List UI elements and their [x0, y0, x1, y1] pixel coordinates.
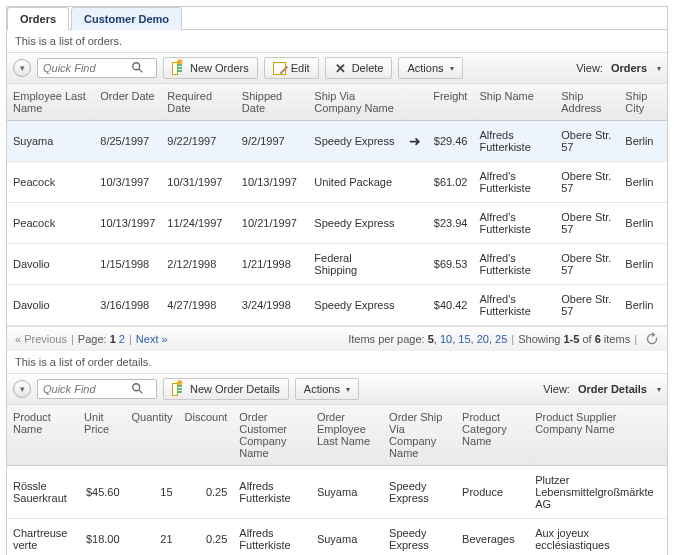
cell-orderdate: 3/16/1998 [94, 285, 161, 326]
orders-toolbar: ▾ ✸ New Orders Edit ✕ Delete Actions ▾ V… [7, 52, 667, 84]
cell-orderdate: 8/25/1997 [94, 121, 161, 162]
table-row[interactable]: Davolio1/15/19982/12/19981/21/1998Federa… [7, 244, 667, 285]
cell-employee[interactable]: Suyama [7, 121, 94, 162]
actions-label: Actions [304, 383, 340, 395]
row-arrow-icon[interactable]: ➜ [403, 121, 427, 162]
cell-shipvia: United Package [308, 162, 403, 203]
new-orders-label: New Orders [190, 62, 249, 74]
cell-freight: $23.94 [427, 203, 473, 244]
search-icon[interactable] [131, 382, 145, 396]
collapse-toggle[interactable]: ▾ [13, 59, 31, 77]
cell-employee: Suyama [311, 519, 383, 556]
refresh-icon[interactable] [645, 332, 659, 346]
cell-shipvia: Speedy Express [308, 285, 403, 326]
tab-orders[interactable]: Orders [7, 7, 69, 30]
ipp-option[interactable]: 5 [428, 333, 434, 345]
cell-employee[interactable]: Peacock [7, 203, 94, 244]
cell-shipvia: Speedy Express [308, 203, 403, 244]
chevron-down-icon[interactable]: ▾ [657, 385, 661, 394]
col-shipvia[interactable]: Order Ship Via Company Name [383, 405, 456, 466]
showing-of: of [582, 333, 591, 345]
edit-label: Edit [291, 62, 310, 74]
chevron-down-icon[interactable]: ▾ [657, 64, 661, 73]
col-product[interactable]: Product Name [7, 405, 78, 466]
page-2[interactable]: 2 [119, 333, 125, 345]
col-discount[interactable]: Discount [179, 405, 234, 466]
col-shipaddr[interactable]: Ship Address [555, 84, 619, 121]
prev-link[interactable]: « Previous [15, 333, 67, 345]
cell-customer: Alfreds Futterkiste [233, 466, 311, 519]
ipp-option[interactable]: 20 [477, 333, 489, 345]
cell-employee[interactable]: Peacock [7, 162, 94, 203]
quickfind-input[interactable] [41, 61, 131, 75]
ipp-option[interactable]: 10 [440, 333, 452, 345]
quickfind-box[interactable] [37, 379, 157, 399]
col-shipped[interactable]: Shipped Date [236, 84, 309, 121]
view-label: View: [576, 62, 603, 74]
actions-dropdown[interactable]: Actions ▾ [398, 57, 462, 79]
cell-shipvia: Speedy Express [383, 519, 456, 556]
col-shipcity[interactable]: Ship City [619, 84, 667, 121]
col-custcompany[interactable]: Order Customer Company Name [233, 405, 311, 466]
row-arrow-icon [403, 162, 427, 203]
table-row[interactable]: Chartreuse verte$18.00210.25Alfreds Futt… [7, 519, 667, 556]
cell-employee[interactable]: Davolio [7, 244, 94, 285]
new-orders-button[interactable]: ✸ New Orders [163, 57, 258, 79]
new-details-label: New Order Details [190, 383, 280, 395]
showing-total: 6 [595, 333, 601, 345]
cell-category: Beverages [456, 519, 529, 556]
edit-button[interactable]: Edit [264, 57, 319, 79]
tab-customer-demo[interactable]: Customer Demo [71, 7, 182, 30]
table-row[interactable]: Davolio3/16/19984/27/19983/24/1998Speedy… [7, 285, 667, 326]
cell-shipcity: Berlin [619, 203, 667, 244]
cell-shipcity: Berlin [619, 244, 667, 285]
details-subtitle: This is a list of order details. [7, 351, 667, 373]
cell-shipvia: Federal Shipping [308, 244, 403, 285]
collapse-toggle[interactable]: ▾ [13, 380, 31, 398]
view-name[interactable]: Orders [611, 62, 647, 74]
orders-table: Employee Last Name Order Date Required D… [7, 84, 667, 326]
orders-header-row: Employee Last Name Order Date Required D… [7, 84, 667, 121]
col-orderdate[interactable]: Order Date [94, 84, 161, 121]
row-arrow-icon [403, 203, 427, 244]
ipp-option[interactable]: 15 [458, 333, 470, 345]
orders-panel: Orders Customer Demo This is a list of o… [6, 6, 668, 555]
cell-shipname: Alfred's Futterkiste [473, 244, 555, 285]
col-unitprice[interactable]: Unit Price [78, 405, 125, 466]
row-arrow-icon [403, 285, 427, 326]
new-details-button[interactable]: ✸ New Order Details [163, 378, 289, 400]
col-employee[interactable]: Employee Last Name [7, 84, 94, 121]
quickfind-input[interactable] [41, 382, 131, 396]
col-shipname[interactable]: Ship Name [473, 84, 555, 121]
col-supplier[interactable]: Product Supplier Company Name [529, 405, 667, 466]
cell-product[interactable]: Chartreuse verte [7, 519, 78, 556]
actions-dropdown[interactable]: Actions ▾ [295, 378, 359, 400]
cell-freight: $40.42 [427, 285, 473, 326]
col-arrow [403, 84, 427, 121]
delete-button[interactable]: ✕ Delete [325, 57, 393, 79]
col-freight[interactable]: Freight [427, 84, 473, 121]
col-category[interactable]: Product Category Name [456, 405, 529, 466]
table-row[interactable]: Rössle Sauerkraut$45.60150.25Alfreds Fut… [7, 466, 667, 519]
chevron-down-icon: ▾ [346, 385, 350, 394]
cell-employee[interactable]: Davolio [7, 285, 94, 326]
col-qty[interactable]: Quantity [126, 405, 179, 466]
view-name[interactable]: Order Details [578, 383, 647, 395]
col-required[interactable]: Required Date [161, 84, 236, 121]
cell-product[interactable]: Rössle Sauerkraut [7, 466, 78, 519]
search-icon[interactable] [131, 61, 145, 75]
table-row[interactable]: Suyama8/25/19979/22/19979/2/1997Speedy E… [7, 121, 667, 162]
col-emplast[interactable]: Order Employee Last Name [311, 405, 383, 466]
table-row[interactable]: Peacock10/13/199711/24/199710/21/1997Spe… [7, 203, 667, 244]
cell-required: 10/31/1997 [161, 162, 236, 203]
ipp-option[interactable]: 25 [495, 333, 507, 345]
cell-employee: Suyama [311, 466, 383, 519]
page-1[interactable]: 1 [110, 333, 116, 345]
next-link[interactable]: Next » [136, 333, 168, 345]
cell-shipcity: Berlin [619, 121, 667, 162]
quickfind-box[interactable] [37, 58, 157, 78]
chevron-down-icon: ▾ [20, 384, 25, 394]
col-shipvia[interactable]: Ship Via Company Name [308, 84, 403, 121]
table-row[interactable]: Peacock10/3/199710/31/199710/13/1997Unit… [7, 162, 667, 203]
cell-unitprice: $45.60 [78, 466, 125, 519]
